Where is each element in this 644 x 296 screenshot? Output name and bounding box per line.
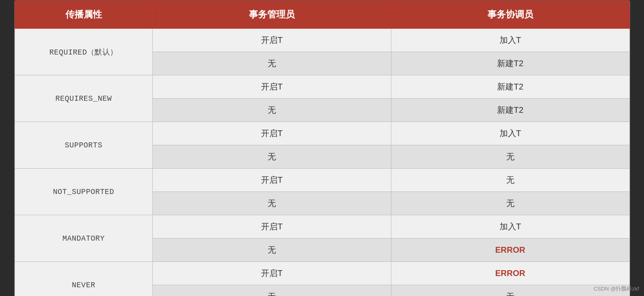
prop-cell: MANDATORY: [15, 215, 152, 262]
manager-cell: 开启T: [152, 122, 391, 145]
coordinator-cell: 新建T2: [391, 75, 629, 99]
prop-cell: REQUIRES_NEW: [15, 75, 152, 122]
manager-cell: 无: [152, 52, 391, 75]
manager-cell: 无: [152, 285, 391, 296]
header-coordinator: 事务协调员: [391, 1, 629, 29]
manager-cell: 开启T: [152, 29, 391, 52]
coordinator-cell: 无: [391, 192, 629, 215]
table-row: NOT_SUPPORTED开启T无: [15, 169, 629, 192]
coordinator-cell: ERROR: [391, 262, 629, 285]
prop-cell: SUPPORTS: [15, 122, 152, 169]
coordinator-cell: 加入T: [391, 122, 629, 145]
propagation-table: 传播属性 事务管理员 事务协调员 REQUIRED（默认）开启T加入T无新建T2…: [15, 0, 630, 296]
coordinator-cell: 加入T: [391, 29, 629, 52]
coordinator-cell: 无: [391, 169, 629, 192]
manager-cell: 无: [152, 239, 391, 262]
table-row: NEVER开启TERROR: [15, 262, 629, 285]
watermark: CSDN @扑瓢峰zkf: [594, 285, 639, 293]
manager-cell: 开启T: [152, 262, 391, 285]
prop-cell: NEVER: [15, 262, 152, 296]
table-row: SUPPORTS开启T加入T: [15, 122, 629, 145]
coordinator-cell: 加入T: [391, 215, 629, 239]
manager-cell: 无: [152, 145, 391, 169]
prop-cell: NOT_SUPPORTED: [15, 169, 152, 215]
main-table-wrapper: 传播属性 事务管理员 事务协调员 REQUIRED（默认）开启T加入T无新建T2…: [14, 0, 630, 296]
manager-cell: 无: [152, 99, 391, 122]
coordinator-cell: 新建T2: [391, 52, 629, 75]
coordinator-cell: 新建T2: [391, 99, 629, 122]
coordinator-cell: ERROR: [391, 239, 629, 262]
manager-cell: 开启T: [152, 169, 391, 192]
manager-cell: 开启T: [152, 75, 391, 99]
prop-cell: REQUIRED（默认）: [15, 29, 152, 75]
manager-cell: 开启T: [152, 215, 391, 239]
table-row: REQUIRED（默认）开启T加入T: [15, 29, 629, 52]
header-manager: 事务管理员: [152, 1, 391, 29]
table-row: MANDATORY开启T加入T: [15, 215, 629, 239]
header-prop: 传播属性: [15, 1, 152, 29]
table-row: REQUIRES_NEW开启T新建T2: [15, 75, 629, 99]
manager-cell: 无: [152, 192, 391, 215]
coordinator-cell: 无: [391, 145, 629, 169]
